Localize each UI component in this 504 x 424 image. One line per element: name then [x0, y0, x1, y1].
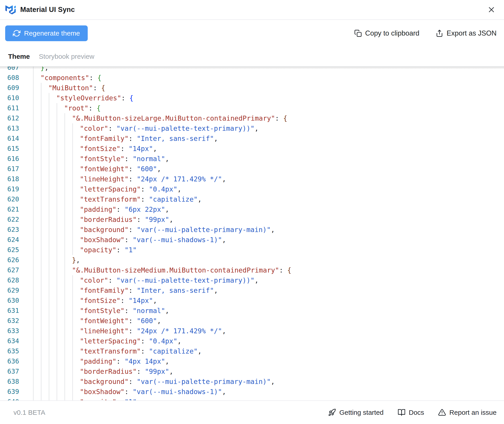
copy-icon	[354, 30, 362, 37]
tab-bar: Theme Storybook preview	[0, 47, 504, 67]
line-number: 637	[0, 366, 19, 376]
code-text: "textTransform": "capitalize",	[80, 194, 202, 204]
code-text: "background": "var(--mui-palette-primary…	[80, 224, 275, 235]
indent-guide	[65, 164, 65, 174]
indent-guide	[41, 265, 41, 275]
indent-guide	[49, 103, 49, 113]
indent-guide	[65, 235, 65, 245]
indent-guide	[57, 194, 57, 204]
plugin-window: Material UI Sync Regenerate theme Copy t	[0, 0, 504, 424]
code-line: 623"background": "var(--mui-palette-prim…	[0, 224, 504, 235]
code-line: 615"fontSize": "14px",	[0, 143, 504, 154]
indent-guide	[41, 275, 41, 285]
indent-guide	[72, 184, 73, 194]
indent-guide	[49, 113, 49, 123]
app-title: Material UI Sync	[20, 6, 75, 14]
indent-guide	[65, 356, 65, 366]
indent-guide	[49, 184, 49, 194]
code-line: 631"fontStyle": "normal",	[0, 306, 504, 316]
indent-guide	[33, 113, 33, 123]
indent-guide	[33, 214, 33, 224]
indent-guide	[49, 366, 49, 376]
indent-guide	[49, 235, 49, 245]
code-editor[interactable]: 607},608"components": {609"MuiButton": {…	[0, 67, 504, 400]
code-line: 628"color": "var(--mui-palette-text-prim…	[0, 275, 504, 285]
code-line: 617"fontWeight": "600",	[0, 164, 504, 174]
code-line: 611"root": {	[0, 103, 504, 113]
code-text: },	[41, 67, 49, 73]
docs-link[interactable]: Docs	[398, 408, 424, 416]
indent-guide	[49, 224, 49, 235]
indent-guide	[41, 366, 41, 376]
indent-guide	[65, 154, 65, 164]
close-button[interactable]	[486, 4, 497, 16]
line-number: 607	[0, 67, 19, 73]
code-text: "padding": "6px 22px",	[80, 204, 169, 214]
indent-guide	[57, 397, 57, 400]
regenerate-theme-button[interactable]: Regenerate theme	[5, 25, 88, 41]
indent-guide	[57, 154, 57, 164]
indent-guide	[57, 316, 57, 326]
indent-guide	[65, 295, 65, 306]
indent-guide	[65, 204, 65, 214]
code-line: 626},	[0, 255, 504, 265]
indent-guide	[33, 336, 33, 346]
indent-guide	[57, 143, 57, 154]
indent-guide	[72, 164, 73, 174]
indent-guide	[49, 397, 49, 400]
indent-guide	[41, 326, 41, 336]
indent-guide	[41, 154, 41, 164]
indent-guide	[49, 275, 49, 285]
indent-guide	[72, 356, 73, 366]
code-line: 636"padding": "4px 14px",	[0, 356, 504, 366]
tab-theme[interactable]: Theme	[8, 53, 30, 60]
export-as-json-button[interactable]: Export as JSON	[436, 29, 497, 37]
indent-guide	[65, 194, 65, 204]
code-text: "MuiButton": {	[48, 83, 105, 93]
code-line: 609"MuiButton": {	[0, 83, 504, 93]
line-number: 639	[0, 387, 19, 397]
indent-guide	[49, 356, 49, 366]
indent-guide	[65, 316, 65, 326]
code-text: "borderRadius": "99px",	[80, 366, 173, 376]
getting-started-link[interactable]: Getting started	[328, 408, 384, 416]
code-text: "components": {	[41, 73, 101, 83]
line-number: 640	[0, 397, 19, 400]
indent-guide	[49, 336, 49, 346]
line-number: 622	[0, 214, 19, 224]
code-text: "lineHeight": "24px /* 171.429% */",	[80, 174, 226, 184]
indent-guide	[49, 123, 49, 133]
tab-storybook-preview[interactable]: Storybook preview	[39, 53, 94, 60]
indent-guide	[33, 133, 33, 143]
indent-guide	[65, 397, 65, 400]
indent-guide	[41, 184, 41, 194]
indent-guide	[41, 133, 41, 143]
indent-guide	[41, 194, 41, 204]
indent-guide	[57, 366, 57, 376]
line-number: 638	[0, 376, 19, 387]
line-number: 608	[0, 73, 19, 83]
code-text: "boxShadow": "var(--mui-shadows-1)",	[80, 235, 226, 245]
line-number: 631	[0, 306, 19, 316]
indent-guide	[57, 376, 57, 387]
indent-guide	[72, 204, 73, 214]
indent-guide	[72, 316, 73, 326]
indent-guide	[65, 376, 65, 387]
code-line: 619"letterSpacing": "0.4px",	[0, 184, 504, 194]
code-line: 607},	[0, 67, 504, 73]
code-text: "opacity": "1"	[80, 397, 137, 400]
copy-to-clipboard-button[interactable]: Copy to clipboard	[354, 29, 419, 37]
line-number: 635	[0, 346, 19, 356]
indent-guide	[57, 336, 57, 346]
indent-guide	[72, 346, 73, 356]
indent-guide	[33, 143, 33, 154]
line-number: 628	[0, 275, 19, 285]
code-line: 621"padding": "6px 22px",	[0, 204, 504, 214]
indent-guide	[65, 143, 65, 154]
indent-guide	[72, 123, 73, 133]
indent-guide	[33, 83, 33, 93]
report-an-issue-link[interactable]: Report an issue	[438, 408, 497, 416]
indent-guide	[41, 316, 41, 326]
indent-guide	[57, 275, 57, 285]
code-line: 613"color": "var(--mui-palette-text-prim…	[0, 123, 504, 133]
